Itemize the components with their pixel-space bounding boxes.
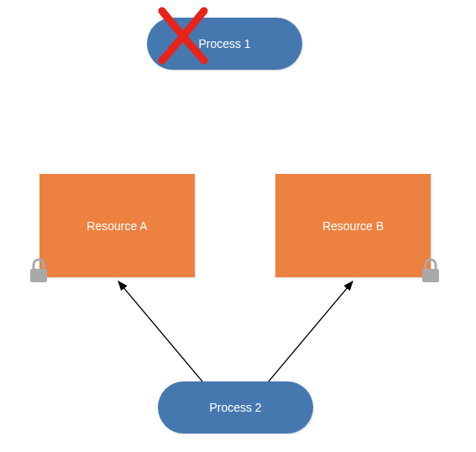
resource-a-label: Resource A (86, 219, 147, 233)
arrow-p2-to-a (118, 281, 202, 381)
lock-icon (418, 258, 443, 285)
svg-rect-0 (30, 269, 47, 282)
resource-b: Resource B (275, 174, 431, 277)
process-2: Process 2 (158, 381, 313, 434)
arrow-p2-to-b (269, 281, 353, 381)
resource-a: Resource A (39, 174, 195, 277)
svg-rect-1 (422, 269, 439, 282)
process-2-label: Process 2 (209, 401, 261, 414)
resource-b-label: Resource B (322, 219, 384, 233)
lock-icon (26, 258, 51, 285)
cross-out-icon (154, 4, 212, 67)
